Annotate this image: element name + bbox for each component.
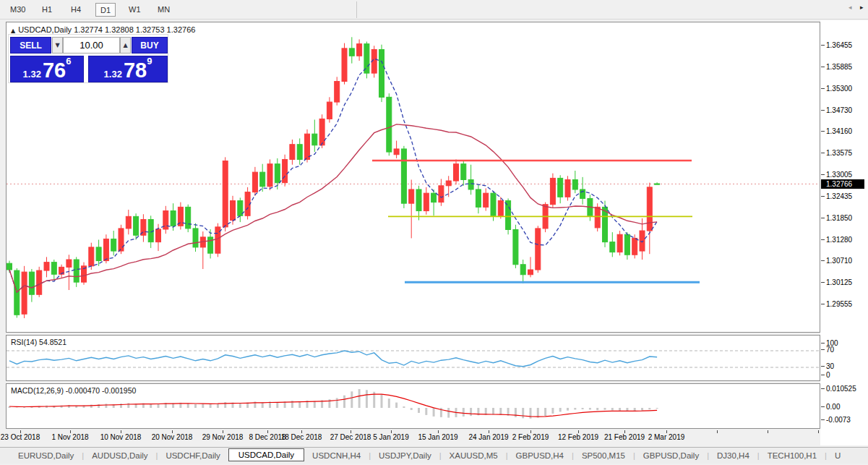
volume-increase-button[interactable]: ▲ <box>120 37 131 54</box>
candle <box>424 187 429 215</box>
collapse-chart-icon[interactable]: ▲ <box>11 27 15 34</box>
candle <box>238 197 243 222</box>
price-axis-label: 1.30125 <box>826 278 852 286</box>
candle <box>231 196 236 225</box>
price-axis-label: 1.33575 <box>826 149 852 157</box>
symbol-tab-usdchf-daily[interactable]: USDCHF,Daily <box>158 450 228 461</box>
price-axis-label: 1.29555 <box>826 300 852 308</box>
macd-label: MACD(12,26,9) -0.000470 -0.001950 <box>11 386 136 395</box>
symbol-tab-usdcad-daily[interactable]: USDCAD,Daily <box>228 448 304 461</box>
volume-input[interactable] <box>63 37 120 54</box>
volume-decrease-button[interactable]: ▼ <box>52 37 63 54</box>
symbol-tab-sp500-m15[interactable]: SP500,M15 <box>574 450 633 461</box>
buy-price-small: 1.32 <box>104 69 122 80</box>
indicator-axis-label: 30 <box>826 362 834 370</box>
candle <box>401 146 406 208</box>
candle <box>22 266 27 318</box>
symbol-tab-usdcnh-h4[interactable]: USDCNH,H4 <box>304 450 369 461</box>
symbol-tab-gbpusd-h4[interactable]: GBPUSD,H4 <box>508 450 572 461</box>
buy-price-big: 78 <box>124 61 147 80</box>
candle <box>178 202 183 230</box>
candle <box>245 187 250 220</box>
candle <box>379 45 384 102</box>
candle <box>186 205 191 232</box>
candle <box>528 257 533 277</box>
candle <box>111 231 116 255</box>
candle <box>283 155 288 187</box>
timeframe-tab-h4[interactable]: H4 <box>66 3 85 17</box>
candle <box>371 46 377 77</box>
tab-scroll-right-icon[interactable]: ▸ <box>860 4 864 11</box>
candle <box>29 269 34 302</box>
buy-price-pip: 9 <box>147 56 152 66</box>
price-axis[interactable]: 1.364551.358851.353001.347301.341601.335… <box>820 20 868 445</box>
date-axis-label: 10 Nov 2018 <box>100 433 142 441</box>
candle <box>215 223 220 257</box>
date-axis-label: 2 Mar 2019 <box>648 433 685 441</box>
timeframe-toolbar: M30H1H4D1W1MN <box>0 0 868 20</box>
candle <box>126 210 131 234</box>
symbol-tab-eurusd-daily[interactable]: EURUSD,Daily <box>10 450 82 461</box>
buy-button[interactable]: BUY <box>132 37 168 54</box>
timeframe-tab-w1[interactable]: W1 <box>124 3 145 17</box>
price-axis-label: 1.31280 <box>826 236 852 244</box>
date-axis-tick <box>717 430 718 433</box>
candle <box>550 174 555 208</box>
candle <box>513 225 518 268</box>
candle <box>297 138 302 164</box>
price-axis-label: 1.34160 <box>826 127 852 135</box>
candle <box>624 232 629 260</box>
candle <box>290 140 295 165</box>
candle <box>74 257 79 287</box>
tab-scroll-left-icon[interactable]: ◂ <box>848 4 852 11</box>
candle <box>655 182 660 184</box>
sell-price-big: 76 <box>43 61 66 80</box>
candle <box>617 231 622 255</box>
candle <box>484 188 489 210</box>
sell-button[interactable]: SELL <box>10 37 51 54</box>
candle <box>312 119 317 152</box>
price-axis-label: 1.31850 <box>826 214 852 222</box>
candle <box>14 268 20 317</box>
rsi-indicator-panel[interactable]: RSI(14) 54.8521 <box>6 335 820 381</box>
date-axis-label: 24 Jan 2019 <box>468 433 508 441</box>
macd-indicator-panel[interactable]: MACD(12,26,9) -0.000470 -0.001950 <box>6 383 820 429</box>
candle <box>51 260 56 281</box>
timeframe-tab-h1[interactable]: H1 <box>38 3 56 17</box>
price-axis-label: 1.36455 <box>826 41 852 49</box>
price-axis-label: 1.35300 <box>826 85 852 93</box>
indicator-axis-label: -0.0073 <box>826 416 851 424</box>
symbol-tab-tech100-h1[interactable]: TECH100,H1 <box>760 450 825 461</box>
price-axis-label: 1.35885 <box>826 63 852 71</box>
date-axis[interactable]: 23 Oct 20181 Nov 201810 Nov 201820 Nov 2… <box>0 430 820 446</box>
buy-price-box[interactable]: 1.32789 <box>88 56 168 82</box>
candle <box>260 164 265 192</box>
symbol-tab-gbpusd-daily[interactable]: GBPUSD,Daily <box>635 450 707 461</box>
symbol-tab-dj30-h4[interactable]: DJ30,H4 <box>709 450 757 461</box>
symbol-tab-xauusd-m5[interactable]: XAUUSD,M5 <box>442 450 506 461</box>
rsi-label: RSI(14) 54.8521 <box>11 338 66 346</box>
sell-price-box[interactable]: 1.32766 <box>10 56 84 82</box>
candle <box>223 157 228 231</box>
timeframe-tab-m30[interactable]: M30 <box>6 3 30 17</box>
date-axis-label: 21 Feb 2019 <box>604 433 645 441</box>
candle <box>454 159 459 184</box>
date-axis-label: 20 Nov 2018 <box>152 433 193 441</box>
candle <box>342 43 347 85</box>
symbol-tab-usdjpy-daily[interactable]: USDJPY,Daily <box>371 450 439 461</box>
rsi-chart-canvas[interactable] <box>7 336 820 380</box>
date-axis-label: 15 Jan 2019 <box>418 433 457 441</box>
timeframe-tab-mn[interactable]: MN <box>153 3 174 17</box>
price-axis-label: 1.33005 <box>826 171 852 179</box>
candle <box>572 171 577 193</box>
date-axis-label: 18 Dec 2018 <box>281 433 322 441</box>
price-axis-label: 1.34730 <box>826 106 852 114</box>
main-chart-panel[interactable]: ▲USDCAD,Daily 1.32774 1.32808 1.32753 1.… <box>6 22 820 333</box>
candle <box>163 206 168 234</box>
candle <box>267 159 272 190</box>
timeframe-tab-d1[interactable]: D1 <box>95 3 116 17</box>
date-axis-label: 5 Jan 2019 <box>373 433 409 441</box>
symbol-tab-audusd-daily[interactable]: AUDUSD,Daily <box>84 450 155 461</box>
indicator-axis-label: 0.010525 <box>826 385 856 393</box>
symbol-tab-u[interactable]: U <box>827 450 848 461</box>
